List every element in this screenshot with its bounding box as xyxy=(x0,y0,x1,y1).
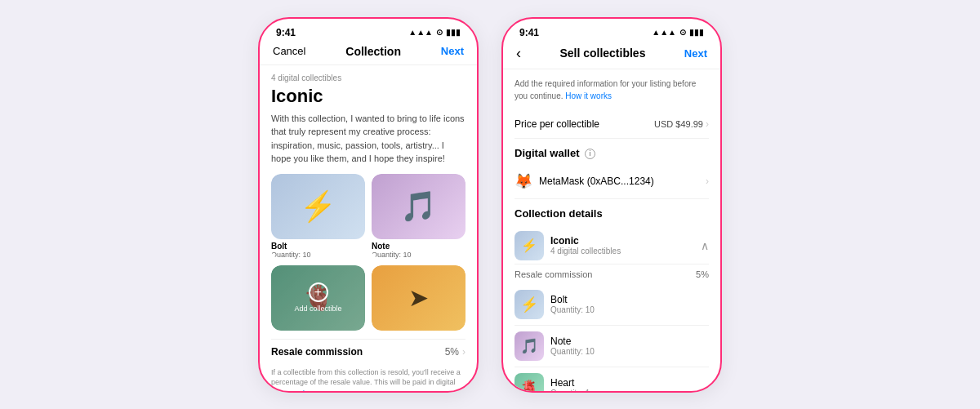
resale-right: 5% › xyxy=(445,346,466,358)
collectibles-list: ⚡ Bolt Quantity: 10 🎵 Note Quantity: 10 … xyxy=(514,284,709,391)
cancel-button[interactable]: Cancel xyxy=(273,45,305,57)
arrow-image: ➤ xyxy=(372,265,466,331)
arrow-emoji: ➤ xyxy=(408,283,429,312)
wifi-icon-2: ⊙ xyxy=(679,28,686,37)
wallet-info-icon[interactable]: i xyxy=(585,149,595,159)
list-item-note: 🎵 Note Quantity: 10 xyxy=(514,326,709,367)
content-2: Add the required information for your li… xyxy=(503,69,720,391)
status-bar-1: 9:41 ▲▲▲ ⊙ ▮▮▮ xyxy=(260,19,477,42)
resale-description: If a collectible from this collection is… xyxy=(271,367,466,391)
price-chevron-icon: › xyxy=(706,118,709,130)
add-overlay-heart[interactable]: + Add collectible xyxy=(271,265,365,331)
heart-item-qty: Quantity: 1 xyxy=(550,389,590,390)
signal-icon: ▲▲▲ xyxy=(408,28,433,37)
wallet-chevron-icon: › xyxy=(706,176,709,187)
bolt-info: Bolt Quantity: 10 xyxy=(550,294,595,314)
wallet-section-label: Digital wallet i xyxy=(514,147,709,159)
note-qty: Quantity: 10 xyxy=(372,251,466,259)
bolt-item-name: Bolt xyxy=(550,294,595,305)
list-item-heart: 🫀 Heart Quantity: 1 xyxy=(514,367,709,391)
heart-thumb: 🫀 xyxy=(514,373,544,391)
bolt-thumb: ⚡ xyxy=(514,290,544,319)
content-1: 4 digital collectibles Iconic With this … xyxy=(260,65,477,391)
collection-info: Iconic 4 digital collectibles xyxy=(550,235,621,256)
resale-chevron-icon: › xyxy=(462,346,466,358)
note-item-name: Note xyxy=(550,336,595,347)
status-icons-1: ▲▲▲ ⊙ ▮▮▮ xyxy=(408,28,461,37)
add-label: Add collectible xyxy=(294,305,341,313)
note-emoji: 🎵 xyxy=(400,189,437,224)
price-label: Price per collectible xyxy=(514,118,599,130)
grid-item-bolt: ⚡ Bolt Quantity: 10 xyxy=(271,174,365,259)
collection-icon: ⚡ xyxy=(514,231,544,260)
info-text: Add the required information for your li… xyxy=(514,78,709,102)
grid-item-heart: 🫀 + Add collectible xyxy=(271,265,365,331)
collectibles-grid: ⚡ Bolt Quantity: 10 🎵 Note Quantity: 10 xyxy=(271,174,466,331)
heart-info: Heart Quantity: 1 xyxy=(550,377,590,390)
collection-header-left: ⚡ Iconic 4 digital collectibles xyxy=(514,231,621,260)
price-value: USD $49.99 › xyxy=(654,118,709,130)
nav-title-2: Sell collectibles xyxy=(559,47,645,60)
time-2: 9:41 xyxy=(519,27,539,38)
nav-bar-2: ‹ Sell collectibles Next xyxy=(503,42,720,69)
heart-item-name: Heart xyxy=(550,377,590,389)
bolt-image: ⚡ xyxy=(271,174,365,239)
grid-item-arrow: ➤ xyxy=(372,265,466,331)
wifi-icon: ⊙ xyxy=(436,28,443,37)
back-button[interactable]: ‹ xyxy=(516,45,521,62)
resale-pct-row: Resale commission 5% xyxy=(514,265,709,284)
resale-label: Resale commission xyxy=(271,346,363,358)
add-circle-icon: + xyxy=(309,282,328,302)
bolt-qty: Quantity: 10 xyxy=(271,251,365,259)
nav-bar-1: Cancel Collection Next xyxy=(260,42,477,65)
how-it-works-link[interactable]: How it works xyxy=(565,91,612,100)
time-1: 9:41 xyxy=(276,27,296,38)
status-bar-2: 9:41 ▲▲▲ ⊙ ▮▮▮ xyxy=(503,19,720,42)
subtitle-1: 4 digital collectibles xyxy=(271,73,466,82)
collection-title: Iconic xyxy=(271,86,466,107)
wallet-row[interactable]: 🦊 MetaMask (0xABC...1234) › xyxy=(514,164,709,199)
resale-value: 5% xyxy=(445,346,459,358)
note-thumb: 🎵 xyxy=(514,331,544,361)
collection-header-row[interactable]: ⚡ Iconic 4 digital collectibles ∧ xyxy=(514,225,709,265)
note-name: Note xyxy=(372,242,466,251)
status-icons-2: ▲▲▲ ⊙ ▮▮▮ xyxy=(652,28,704,37)
phone-collection: 9:41 ▲▲▲ ⊙ ▮▮▮ Cancel Collection Next 4 … xyxy=(258,17,479,393)
collection-section-label: Collection details xyxy=(514,207,709,220)
bolt-item-qty: Quantity: 10 xyxy=(550,305,595,314)
resale-row[interactable]: Resale commission 5% › xyxy=(271,339,466,364)
phones-container: 9:41 ▲▲▲ ⊙ ▮▮▮ Cancel Collection Next 4 … xyxy=(258,17,722,393)
collection-name: Iconic xyxy=(550,235,621,247)
battery-icon-2: ▮▮▮ xyxy=(689,28,704,37)
learn-more-link[interactable]: Learn more xyxy=(303,389,341,391)
grid-item-note: 🎵 Note Quantity: 10 xyxy=(372,174,466,259)
heart-image: 🫀 + Add collectible xyxy=(271,265,365,331)
battery-icon: ▮▮▮ xyxy=(446,28,461,37)
wallet-name: MetaMask (0xABC...1234) xyxy=(539,176,654,187)
price-row[interactable]: Price per collectible USD $49.99 › xyxy=(514,110,709,139)
metamask-icon: 🦊 xyxy=(514,172,532,190)
note-item-qty: Quantity: 10 xyxy=(550,347,595,356)
note-image: 🎵 xyxy=(372,174,466,239)
phone-sell: 9:41 ▲▲▲ ⊙ ▮▮▮ ‹ Sell collectibles Next … xyxy=(501,17,722,393)
signal-icon-2: ▲▲▲ xyxy=(652,28,676,37)
nav-title-1: Collection xyxy=(345,45,401,58)
list-item-bolt: ⚡ Bolt Quantity: 10 xyxy=(514,284,709,326)
description-text: With this collection, I wanted to bring … xyxy=(271,112,466,166)
collection-chevron-icon: ∧ xyxy=(701,239,709,252)
note-info: Note Quantity: 10 xyxy=(550,336,595,356)
bolt-emoji: ⚡ xyxy=(300,189,336,224)
collection-sub: 4 digital collectibles xyxy=(550,247,621,256)
next-button-1[interactable]: Next xyxy=(441,45,464,57)
bolt-name: Bolt xyxy=(271,242,365,251)
next-button-2[interactable]: Next xyxy=(684,47,707,60)
